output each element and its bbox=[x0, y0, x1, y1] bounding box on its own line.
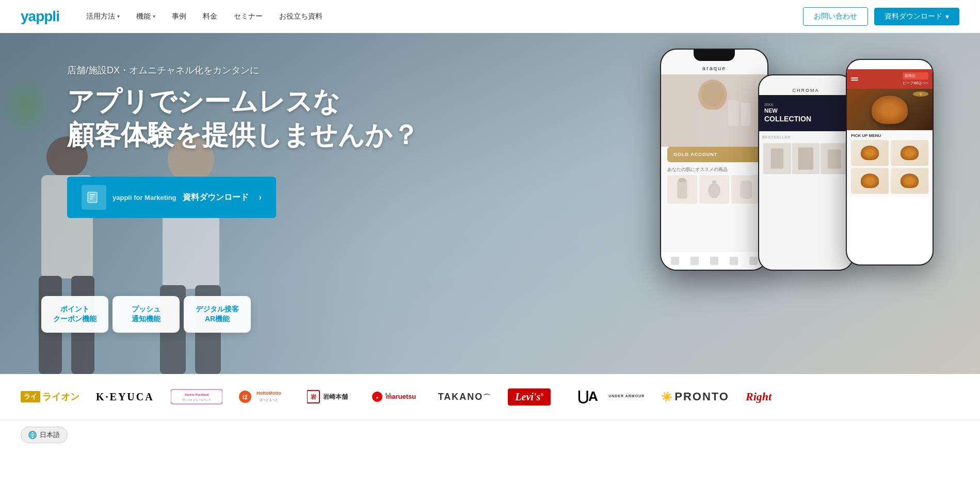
hero-section: 店舗/施設DX・オムニチャネル化をカンタンに アプリでシームレスな 顧客体験を提… bbox=[0, 33, 980, 374]
chevron-down-icon: ▾ bbox=[945, 12, 949, 21]
svg-text:ほっともっと: ほっともっと bbox=[260, 398, 278, 401]
logo-sanrio: Sanrio Puroland ザンリオ ピューロランド bbox=[171, 387, 222, 406]
hotto-logo-svg: ほ HottoMotto ほっともっと bbox=[239, 387, 291, 406]
svg-text:岩: 岩 bbox=[310, 394, 316, 400]
iwasaki-logo-svg: 岩 岩崎本舗 bbox=[307, 387, 354, 406]
feature-card-point[interactable]: ポイントクーポン機能 bbox=[41, 296, 108, 333]
arrow-right-icon: › bbox=[259, 193, 262, 202]
logo-pronto: ☀️ PRONTO bbox=[661, 390, 729, 403]
svg-text:ほ: ほ bbox=[243, 394, 248, 400]
logos-strip: ライ ライオン K·EYUCA Sanrio Puroland ザンリオ ピュー… bbox=[0, 374, 980, 420]
globe-icon bbox=[28, 431, 37, 439]
logo[interactable]: yappli bbox=[21, 8, 59, 25]
svg-text:HottoMotto: HottoMotto bbox=[256, 391, 281, 396]
svg-text:●: ● bbox=[376, 395, 378, 400]
nav-icon-5 bbox=[749, 257, 758, 265]
keyuca-text: K·EYUCA bbox=[96, 391, 154, 403]
phone-notch bbox=[694, 50, 735, 61]
maruetsu-logo-svg: ● ▲▲ maruetsu bbox=[370, 387, 422, 406]
logo-iwasaki: 岩 岩崎本舗 bbox=[307, 387, 354, 406]
ua-full-name: UNDER ARMOUR bbox=[608, 394, 645, 398]
nav-icon-4 bbox=[730, 257, 738, 265]
nav-item-kino[interactable]: 機能 ▾ bbox=[130, 9, 162, 24]
ua-logo-svg: ⋃A bbox=[567, 386, 608, 407]
takano-text: TAKANO⌒ bbox=[438, 392, 492, 402]
cta-brand: yappli for Marketing bbox=[113, 194, 176, 201]
pronto-text: PRONTO bbox=[674, 390, 729, 403]
sanrio-logo-svg: Sanrio Puroland ザンリオ ピューロランド bbox=[171, 387, 222, 406]
araque-nav-bar bbox=[661, 251, 767, 270]
svg-text:maruetsu: maruetsu bbox=[385, 393, 416, 400]
logo-hotto: ほ HottoMotto ほっともっと bbox=[239, 387, 291, 406]
logo-right: Right bbox=[746, 390, 772, 403]
logo-text: yappli bbox=[21, 8, 59, 25]
chevron-down-icon: ▾ bbox=[153, 13, 155, 19]
header: yappli 活用方法 ▾ 機能 ▾ 事例 料金 セミナー お役立ち資料 お問い… bbox=[0, 0, 980, 33]
language-selector-button[interactable]: 日本語 bbox=[21, 427, 68, 443]
cta-icon bbox=[82, 185, 106, 210]
nav-item-ryokin[interactable]: 料金 bbox=[197, 9, 223, 24]
svg-rect-10 bbox=[90, 196, 94, 197]
logo-under-armour: ⋃A UNDER ARMOUR bbox=[567, 386, 645, 407]
feature-card-ar[interactable]: デジタル接客AR機能 bbox=[184, 296, 251, 333]
nav-item-seminar[interactable]: セミナー bbox=[228, 9, 269, 24]
nav-icon-1 bbox=[671, 257, 679, 265]
brochure-icon bbox=[87, 191, 101, 204]
nav-item-oyakudachi[interactable]: お役立ち資料 bbox=[273, 9, 329, 24]
header-actions: お問い合わせ 資料ダウンロード ▾ bbox=[803, 7, 959, 26]
feature-card-title-point: ポイントクーポン機能 bbox=[52, 304, 98, 324]
feature-cards: ポイントクーポン機能 プッシュ通知機能 デジタル接客AR機能 bbox=[41, 296, 251, 333]
svg-rect-9 bbox=[90, 194, 95, 195]
chevron-down-icon: ▾ bbox=[117, 13, 120, 19]
logo-lion: ライ ライオン bbox=[21, 391, 79, 403]
svg-text:岩崎本舗: 岩崎本舗 bbox=[323, 393, 348, 400]
feature-card-title-push: プッシュ通知機能 bbox=[123, 304, 169, 324]
svg-text:Sanrio Puroland: Sanrio Puroland bbox=[185, 393, 209, 396]
cta-label: 資料ダウンロード bbox=[183, 192, 249, 203]
lion-badge: ライ bbox=[21, 391, 40, 402]
header-download-button[interactable]: 資料ダウンロード ▾ bbox=[874, 8, 959, 25]
logo-keyuca: K·EYUCA bbox=[96, 391, 154, 403]
nav-icon-3 bbox=[710, 257, 718, 265]
feature-card-push[interactable]: プッシュ通知機能 bbox=[113, 296, 180, 333]
feature-card-title-ar: デジタル接客AR機能 bbox=[194, 304, 240, 324]
pronto-sun-icon: ☀️ bbox=[661, 391, 672, 402]
hero-subtitle: 店舗/施設DX・オムニチャネル化をカンタンに bbox=[67, 64, 980, 76]
hero-cta-button[interactable]: yappli for Marketing 資料ダウンロード › bbox=[67, 177, 276, 218]
right-text: Right bbox=[746, 390, 772, 403]
svg-rect-32 bbox=[171, 389, 222, 404]
nav-item-katsuyo[interactable]: 活用方法 ▾ bbox=[80, 9, 126, 24]
logo-takano: TAKANO⌒ bbox=[438, 392, 492, 402]
nav-item-jirei[interactable]: 事例 bbox=[166, 9, 192, 24]
svg-text:⋃A: ⋃A bbox=[577, 388, 598, 404]
hero-title: アプリでシームレスな 顧客体験を提供しませんか？ bbox=[67, 85, 980, 152]
svg-text:ザンリオ ピューロランド: ザンリオ ピューロランド bbox=[182, 398, 211, 401]
main-nav: 活用方法 ▾ 機能 ▾ 事例 料金 セミナー お役立ち資料 bbox=[80, 9, 803, 24]
levis-badge: Levi's® bbox=[508, 388, 551, 406]
logo-maruetsu: ● ▲▲ maruetsu bbox=[370, 387, 422, 406]
footer-language-bar: 日本語 bbox=[0, 420, 980, 449]
logo-levis: Levi's® bbox=[508, 388, 551, 406]
svg-rect-11 bbox=[90, 198, 93, 199]
hero-content: 店舗/施設DX・オムニチャネル化をカンタンに アプリでシームレスな 顧客体験を提… bbox=[0, 33, 980, 218]
contact-button[interactable]: お問い合わせ bbox=[803, 7, 868, 26]
nav-icon-2 bbox=[690, 257, 699, 265]
language-label: 日本語 bbox=[40, 430, 60, 440]
